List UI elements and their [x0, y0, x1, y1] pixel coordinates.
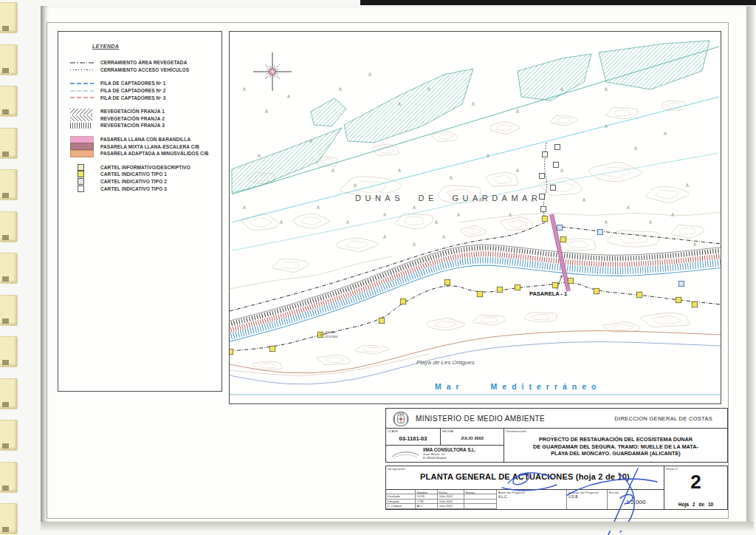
map-label-mar: Mar Mediterráneo: [435, 382, 602, 391]
dashed-cyan-line-icon: [70, 90, 94, 92]
fecha-label: FECHA:: [442, 429, 454, 433]
legend-row: FILA DE CAPTADORES Nº 1: [58, 80, 221, 87]
denominacion-cell: Denominación: PROYECTO DE RESTAURACIÓN D…: [504, 429, 727, 463]
binder-tab: [0, 336, 18, 367]
director-cell: Director del Proyecto: U.D.B.: [567, 490, 608, 509]
legend-row: REVEGETACIÓN FRANJA 2: [58, 115, 221, 123]
legend-row: CERRAMIENTO ÁREA REVEGETADA: [58, 59, 221, 67]
binder-tab: [0, 211, 18, 242]
title-block-upper: MINISTERIO DE MEDIO AMBIENTE DIRECCION G…: [385, 408, 728, 463]
map-svg: DUNAS DE GUARDAMAR PASARELA - 1 Playa de…: [230, 32, 721, 403]
legend-row: CERRAMIENTO ACCESO VEHÍCULOS: [58, 67, 221, 74]
binder-tab: [0, 44, 18, 75]
designacion-cell: Designación: PLANTA GENERAL DE ACTUACION…: [386, 466, 664, 490]
binder-tab: [0, 420, 18, 451]
binder-tab: [0, 2, 18, 33]
legend-box: LEYENDA CERRAMIENTO ÁREA REVEGETADA CERR…: [58, 31, 222, 392]
denominacion-label: Denominación:: [506, 429, 527, 433]
consultora-address-2: E-28006 Madrid: [423, 457, 476, 460]
dashed-red-line-icon: [70, 97, 94, 98]
plan-title: PLANTA GENERAL DE ACTUACIONES (hoja 2 de…: [386, 472, 664, 481]
ministry-name: MINISTERIO DE MEDIO AMBIENTE: [416, 415, 545, 423]
legend-row: PASARELA LLANA CON BARANDILLA: [58, 136, 221, 143]
page-bottom-edge: [41, 522, 754, 531]
map-label-dunas: DUNAS DE GUARDAMAR: [355, 194, 541, 202]
hoja-number: Hoja 2 de 10: [664, 502, 727, 507]
yellow-square-icon: [70, 171, 94, 177]
binder-tab: [0, 503, 18, 534]
dotted-line-icon: [70, 69, 94, 71]
denominacion-line-2: DE GUARDAMAR DEL SEGURA. TRAMO: MUELLE D…: [504, 443, 727, 451]
binder-tab: [0, 378, 18, 409]
clave-value: 03-1161-03: [386, 435, 440, 442]
direccion-general-costas: DIRECCION GENERAL DE COSTAS: [614, 415, 712, 422]
pale-yellow-square-icon: [70, 164, 94, 171]
title-block-header: MINISTERIO DE MEDIO AMBIENTE DIRECCION G…: [386, 409, 727, 429]
row-calidad: C. Calidad: [386, 504, 416, 508]
white-square-icon: [70, 185, 94, 192]
plano-label: Plano nº: [666, 467, 678, 471]
director-label: Director del Proyecto:: [568, 491, 599, 494]
legend-title: LEYENDA: [92, 44, 221, 49]
legend-row: PASARELA ADAPTADA A MINUSVÁLIDOS C/B: [58, 150, 221, 157]
legend-row: CARTEL INDICATIVO TIPO 2: [58, 178, 221, 185]
hatch-backslash-icon: [70, 109, 94, 115]
scan-edge-strip: [360, 0, 756, 5]
director-initials: U.D.B.: [568, 495, 579, 499]
clave-label: CLAVE:: [388, 429, 399, 433]
plan-sheet: LEYENDA CERRAMIENTO ÁREA REVEGETADA CERR…: [41, 6, 746, 523]
legend-row: FILA DE CAPTADORES Nº 3: [58, 94, 221, 101]
hatch-slash-icon: [70, 115, 94, 121]
fecha-cell: FECHA: JULIO 2002: [441, 429, 504, 445]
pink-bar-icon: [70, 136, 94, 143]
legend-row: FILA DE CAPTADORES Nº 2: [58, 87, 221, 95]
firmas-table: Nombre Fecha Firmas Diseñado CLVS Julio …: [386, 490, 497, 509]
binder-tab: [0, 253, 18, 284]
legend-row: PASARELA MIXTA LLANA-ESCALERA C/B: [58, 143, 221, 150]
plano-number: 2: [664, 471, 727, 494]
escala-cell: Escala: 1/2.000: [608, 490, 664, 509]
binder-tab: [0, 169, 18, 200]
legend-row: REVEGETACIÓN FRANJA 1: [58, 108, 221, 115]
consultora-swoosh-icon: [391, 449, 420, 460]
scanned-plan-page: LEYENDA CERRAMIENTO ÁREA REVEGETADA CERR…: [0, 0, 756, 535]
hatch-vertical-icon: [70, 123, 94, 129]
legend-row: REVEGETACIÓN FRANJA 3: [58, 122, 221, 129]
plano-cell: Plano nº 2 Hoja 2 de 10: [664, 466, 727, 509]
map-coord-easting: 706200: [325, 330, 336, 334]
autor-initials: A.L.C.: [498, 495, 508, 499]
mauve-bar-icon: [70, 143, 94, 150]
tan-bar-icon: [70, 150, 94, 157]
legend-row: CARTEL INFORMATIVO/DESCRIPTIVO: [58, 164, 221, 171]
binder-tab: [0, 295, 18, 326]
legend-row: CARTEL INDICATIVO TIPO 1: [58, 171, 221, 178]
escala-label: Escala:: [609, 491, 619, 494]
consultora-cell: IIMA CONSULTORA S.L. Juan Bravo, 10 E-28…: [386, 446, 504, 463]
ministry-crest-icon: [392, 410, 410, 426]
map-coord-northing: 4212300: [325, 335, 338, 338]
map-box: DUNAS DE GUARDAMAR PASARELA - 1 Playa de…: [229, 31, 721, 404]
denominacion-line-3: PLAYA DEL MONCAYO. GUARDAMAR (ALICANTE): [504, 450, 727, 457]
dashed-blue-line-icon: [70, 83, 94, 84]
autor-label: Autor del Proyecto:: [498, 491, 526, 494]
binder-tab: [0, 86, 18, 117]
page-right-edge: [746, 6, 754, 525]
gray-square-icon: [70, 178, 94, 185]
denominacion-line-1: PROYECTO DE RESTAURACIÓN DEL ECOSISTEMA …: [504, 436, 727, 443]
binder-tab: [0, 128, 18, 159]
binder-tab: [0, 462, 18, 493]
map-label-pasarela: PASARELA - 1: [529, 290, 567, 297]
designacion-label: Designación:: [388, 467, 406, 471]
dashdot-line-icon: [70, 62, 94, 64]
legend-row: CARTEL INDICATIVO TIPO 3: [58, 185, 221, 192]
escala-value: 1/2.000: [608, 499, 664, 505]
map-decoration: [230, 41, 721, 395]
map-label-playa: Playa de Les Ortigues: [416, 359, 475, 366]
clave-cell: CLAVE: 03-1161-03: [386, 429, 441, 445]
fecha-value: JULIO 2002: [441, 436, 504, 440]
autor-cell: Autor del Proyecto: A.L.C.: [497, 490, 567, 509]
title-block-lower: Designación: PLANTA GENERAL DE ACTUACION…: [385, 466, 728, 510]
